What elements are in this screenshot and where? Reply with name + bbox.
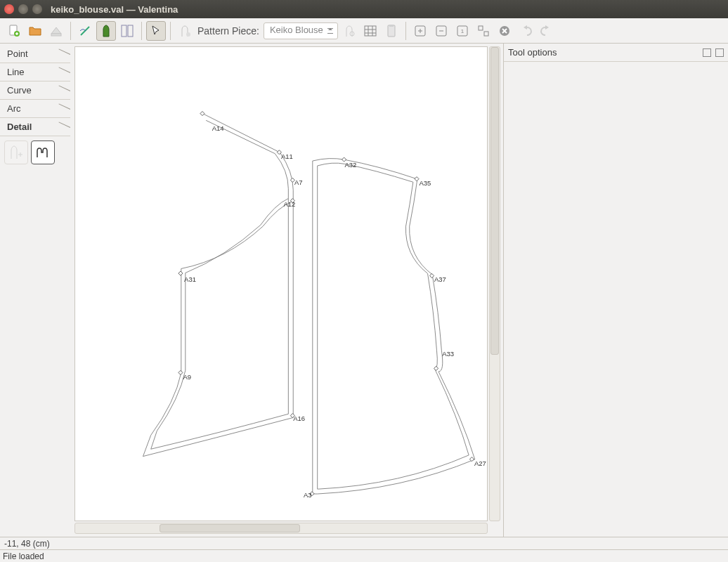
toolbar-separator [141, 22, 142, 40]
save-file-button[interactable] [46, 21, 66, 41]
svg-rect-7 [365, 26, 376, 36]
svg-rect-4 [128, 25, 133, 37]
panel-close-icon[interactable] [715, 48, 724, 57]
svg-rect-8 [388, 25, 395, 37]
pattern-svg: A14 A11 A32 A7 A35 A12 A31 A37 A33 A9 A1… [75, 47, 487, 521]
detail-tool-add[interactable] [4, 140, 28, 164]
svg-rect-14 [479, 26, 483, 30]
pattern-piece-label: Pattern Piece: [197, 25, 259, 37]
zoom-fit-button[interactable] [474, 21, 493, 41]
message-statusbar: File loaded [0, 549, 728, 562]
svg-text:A12: A12 [283, 200, 295, 208]
tab-line[interactable]: Line [0, 63, 70, 81]
svg-text:1: 1 [461, 28, 464, 34]
svg-text:A35: A35 [419, 179, 431, 187]
zoom-out-button[interactable] [431, 21, 451, 41]
new-pattern-piece-button[interactable] [175, 21, 195, 41]
window-close-icon[interactable] [4, 4, 14, 14]
window-title: keiko_blouse.val — Valentina [51, 4, 178, 15]
tab-detail[interactable]: Detail [0, 118, 70, 136]
layout-mode-button[interactable] [117, 21, 137, 41]
svg-text:A37: A37 [434, 275, 446, 283]
svg-text:A9: A9 [183, 373, 191, 381]
svg-text:A11: A11 [281, 152, 293, 160]
status-message: File loaded [3, 551, 44, 561]
zoom-in-button[interactable] [410, 21, 430, 41]
svg-text:A14: A14 [212, 124, 224, 132]
svg-rect-29 [178, 271, 183, 275]
svg-point-5 [186, 32, 190, 37]
pattern-piece-combo[interactable]: Keiko Blouse [264, 22, 338, 39]
drawing-canvas[interactable]: A14 A11 A32 A7 A35 A12 A31 A37 A33 A9 A1… [74, 46, 488, 521]
panel-float-icon[interactable] [703, 48, 711, 57]
svg-rect-3 [122, 25, 126, 37]
detail-tool-union[interactable] [31, 140, 55, 164]
svg-text:A31: A31 [184, 275, 196, 283]
svg-rect-15 [484, 32, 488, 36]
vertical-scrollbar[interactable] [489, 46, 500, 521]
svg-rect-31 [430, 273, 434, 277]
undo-button[interactable] [516, 21, 535, 41]
tool-sidebar: Point Line Curve Arc Detail [0, 44, 70, 537]
pattern-points: A14 A11 A32 A7 A35 A12 A31 A37 A33 A9 A1… [178, 112, 486, 499]
measure-button[interactable] [75, 21, 95, 41]
svg-text:A27: A27 [474, 459, 486, 467]
svg-rect-25 [415, 177, 419, 181]
new-file-button[interactable] [4, 21, 24, 41]
tool-options-title: Tool options [508, 47, 557, 58]
svg-text:A3: A3 [304, 491, 312, 499]
svg-rect-39 [469, 457, 474, 462]
stop-button[interactable] [495, 21, 514, 41]
tool-options-panel: Tool options [503, 44, 728, 537]
svg-rect-33 [434, 366, 438, 370]
svg-text:A16: A16 [293, 414, 305, 422]
redo-button[interactable] [537, 21, 557, 41]
open-file-button[interactable] [25, 21, 45, 41]
tab-arc[interactable]: Arc [0, 100, 70, 118]
svg-rect-9 [389, 25, 394, 27]
detail-tool-palette [0, 136, 70, 169]
horizontal-scrollbar[interactable] [74, 523, 488, 534]
toolbar-separator [70, 22, 71, 40]
window-maximize-icon[interactable] [32, 4, 42, 14]
pointer-tool-button[interactable] [146, 21, 166, 41]
tab-point[interactable]: Point [0, 45, 70, 63]
draw-mode-button[interactable] [96, 21, 116, 41]
config-pattern-button[interactable] [339, 21, 359, 41]
svg-rect-35 [178, 370, 183, 374]
titlebar: keiko_blouse.val — Valentina [0, 0, 728, 18]
window-minimize-icon[interactable] [18, 4, 28, 14]
main-toolbar: Pattern Piece: Keiko Blouse 1 [0, 18, 728, 44]
svg-rect-2 [51, 34, 61, 36]
tab-curve[interactable]: Curve [0, 81, 70, 100]
mouse-coords: -11, 48 (cm) [4, 539, 50, 549]
toolbar-separator [405, 22, 406, 40]
zoom-original-button[interactable]: 1 [453, 21, 472, 41]
svg-text:A7: A7 [294, 178, 303, 186]
content-area: Point Line Curve Arc Detail A14 A11 [0, 44, 728, 537]
table-button[interactable] [360, 21, 380, 41]
canvas-area: A14 A11 A32 A7 A35 A12 A31 A37 A33 A9 A1… [70, 44, 503, 537]
history-button[interactable] [382, 21, 401, 41]
toolbar-separator [170, 22, 171, 40]
coord-statusbar: -11, 48 (cm) [0, 537, 728, 549]
svg-text:A32: A32 [344, 161, 356, 169]
svg-rect-17 [200, 112, 204, 116]
svg-text:A33: A33 [442, 350, 454, 358]
